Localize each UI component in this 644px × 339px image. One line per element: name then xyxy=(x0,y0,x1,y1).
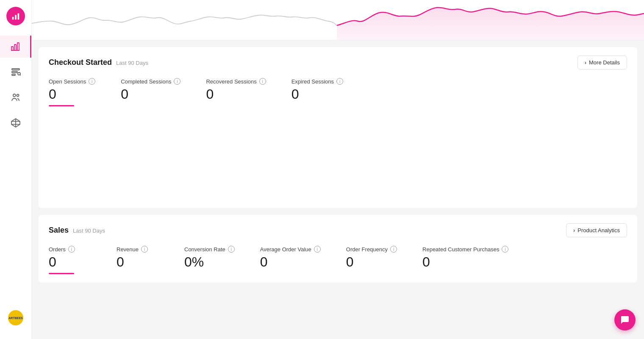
stat-aov-value: 0 xyxy=(260,255,321,269)
sales-subtitle: Last 90 Days xyxy=(73,228,105,234)
chevron-right-icon: › xyxy=(585,59,586,66)
avatar-text: ARTBEES xyxy=(8,317,22,320)
stat-freq-label-row: Order Frequency i xyxy=(346,246,397,253)
stat-recovered-value: 0 xyxy=(206,87,266,101)
svg-rect-9 xyxy=(12,74,15,75)
checkout-subtitle: Last 90 Days xyxy=(116,60,148,66)
stat-open-label: Open Sessions xyxy=(49,78,86,85)
sales-section: Sales Last 90 Days › Product Analytics O… xyxy=(39,215,637,283)
audience-icon xyxy=(11,92,21,103)
sales-header: Sales Last 90 Days › Product Analytics xyxy=(49,223,627,237)
stat-recovered-label: Recovered Sessions xyxy=(206,78,256,85)
stat-revenue-label-row: Revenue i xyxy=(117,246,159,253)
svg-rect-4 xyxy=(14,44,16,50)
checkout-header: Checkout Started Last 90 Days › More Det… xyxy=(49,56,627,69)
more-details-button[interactable]: › More Details xyxy=(577,56,627,69)
stat-conversion-label: Conversion Rate xyxy=(184,246,225,253)
repeated-info-icon[interactable]: i xyxy=(502,246,508,253)
expired-sessions-info-icon[interactable]: i xyxy=(336,78,343,85)
svg-rect-0 xyxy=(12,17,14,19)
svg-rect-1 xyxy=(15,15,17,19)
stat-orders-value: 0 xyxy=(49,255,91,269)
chat-button[interactable] xyxy=(614,309,636,331)
sidebar-item-audience[interactable] xyxy=(0,86,31,108)
stat-orders-label: Orders xyxy=(49,246,66,253)
stat-open-sessions: Open Sessions i 0 xyxy=(49,78,95,106)
orders-info-icon[interactable]: i xyxy=(68,246,75,253)
open-sessions-info-icon[interactable]: i xyxy=(89,78,95,85)
sales-stats-row: Orders i 0 Revenue i 0 Conversion Rate i xyxy=(49,246,627,274)
stat-revenue-value: 0 xyxy=(117,255,159,269)
svg-rect-2 xyxy=(18,14,19,20)
svg-rect-3 xyxy=(11,47,13,50)
stat-expired-label: Expired Sessions xyxy=(291,78,334,85)
stat-aov-label-row: Average Order Value i xyxy=(260,246,321,253)
stat-avg-order-value: Average Order Value i 0 xyxy=(260,246,321,269)
sidebar-nav xyxy=(0,36,31,134)
stat-open-label-row: Open Sessions i xyxy=(49,78,95,85)
stat-expired-label-row: Expired Sessions i xyxy=(291,78,343,85)
top-chart-svg xyxy=(32,0,644,40)
sidebar-item-products[interactable] xyxy=(0,112,31,134)
stat-repeated-purchases: Repeated Customer Purchases i 0 xyxy=(422,246,508,269)
sidebar-item-analytics[interactable] xyxy=(0,36,31,58)
logo-icon xyxy=(11,11,20,21)
stat-order-frequency: Order Frequency i 0 xyxy=(346,246,397,269)
bar-chart-icon xyxy=(10,42,20,52)
completed-sessions-info-icon[interactable]: i xyxy=(174,78,180,85)
stat-expired-sessions: Expired Sessions i 0 xyxy=(291,78,343,101)
stat-freq-label: Order Frequency xyxy=(346,246,388,253)
checkout-title-group: Checkout Started Last 90 Days xyxy=(49,58,148,67)
more-details-label: More Details xyxy=(589,59,620,66)
product-analytics-label: Product Analytics xyxy=(577,227,620,233)
sidebar-item-segments[interactable] xyxy=(0,61,31,83)
stat-completed-label-row: Completed Sessions i xyxy=(121,78,180,85)
product-analytics-button[interactable]: › Product Analytics xyxy=(566,223,627,237)
svg-point-12 xyxy=(13,94,16,97)
svg-line-11 xyxy=(20,75,21,75)
stat-conversion-rate: Conversion Rate i 0% xyxy=(184,246,235,269)
svg-rect-5 xyxy=(17,43,19,50)
stat-revenue: Revenue i 0 xyxy=(117,246,159,269)
stat-completed-value: 0 xyxy=(121,87,180,101)
open-sessions-underline xyxy=(49,105,74,106)
sales-title-group: Sales Last 90 Days xyxy=(49,226,105,235)
main-content: Checkout Started Last 90 Days › More Det… xyxy=(32,0,644,339)
stat-open-value: 0 xyxy=(49,87,95,101)
products-icon xyxy=(11,118,21,128)
stat-repeated-value: 0 xyxy=(422,255,508,269)
avatar[interactable]: ARTBEES xyxy=(8,310,23,325)
stat-conversion-value: 0% xyxy=(184,255,235,269)
stat-completed-label: Completed Sessions xyxy=(121,78,171,85)
aov-info-icon[interactable]: i xyxy=(314,246,321,253)
stat-revenue-label: Revenue xyxy=(117,246,139,253)
logo-button[interactable] xyxy=(6,7,25,25)
svg-rect-7 xyxy=(12,69,19,70)
stat-aov-label: Average Order Value xyxy=(260,246,311,253)
checkout-section: Checkout Started Last 90 Days › More Det… xyxy=(39,47,637,208)
sidebar-bottom: ARTBEES xyxy=(8,310,23,332)
stat-completed-sessions: Completed Sessions i 0 xyxy=(121,78,180,101)
stat-repeated-label: Repeated Customer Purchases xyxy=(422,246,499,253)
stat-orders-label-row: Orders i xyxy=(49,246,91,253)
sidebar: ARTBEES xyxy=(0,0,32,339)
stat-conversion-label-row: Conversion Rate i xyxy=(184,246,235,253)
conversion-info-icon[interactable]: i xyxy=(228,246,235,253)
svg-point-13 xyxy=(17,94,19,97)
freq-info-icon[interactable]: i xyxy=(390,246,397,253)
svg-rect-8 xyxy=(12,72,17,73)
checkout-title: Checkout Started xyxy=(49,58,112,67)
stat-orders: Orders i 0 xyxy=(49,246,91,274)
segments-icon xyxy=(11,67,21,77)
stat-recovered-label-row: Recovered Sessions i xyxy=(206,78,266,85)
stat-recovered-sessions: Recovered Sessions i 0 xyxy=(206,78,266,101)
stat-freq-value: 0 xyxy=(346,255,397,269)
product-analytics-chevron-icon: › xyxy=(573,227,575,233)
checkout-stats-row: Open Sessions i 0 Completed Sessions i 0… xyxy=(49,78,627,106)
recovered-sessions-info-icon[interactable]: i xyxy=(259,78,266,85)
top-chart-area xyxy=(32,0,644,40)
stat-expired-value: 0 xyxy=(291,87,343,101)
revenue-info-icon[interactable]: i xyxy=(141,246,148,253)
orders-underline xyxy=(49,273,74,274)
stat-repeated-label-row: Repeated Customer Purchases i xyxy=(422,246,508,253)
